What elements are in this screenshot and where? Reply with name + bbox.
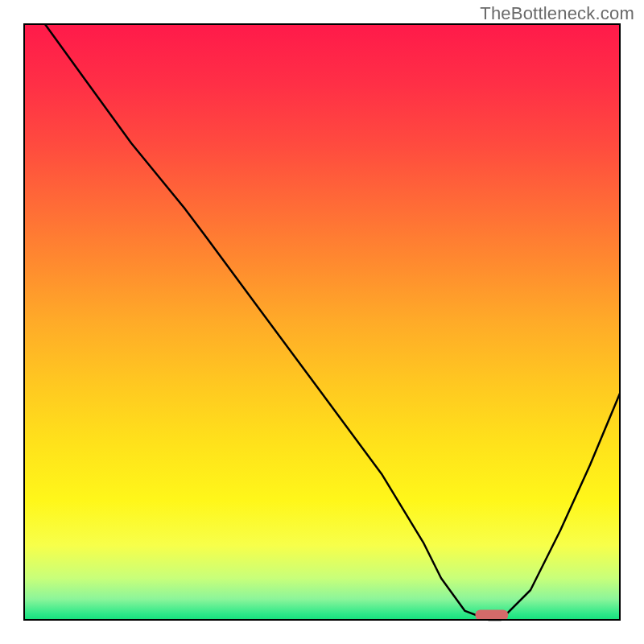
gradient-background xyxy=(24,24,620,620)
chart-svg xyxy=(0,0,644,644)
watermark-text: TheBottleneck.com xyxy=(480,3,634,24)
marker-optimal-marker xyxy=(476,609,509,620)
bottleneck-chart: TheBottleneck.com xyxy=(0,0,644,644)
